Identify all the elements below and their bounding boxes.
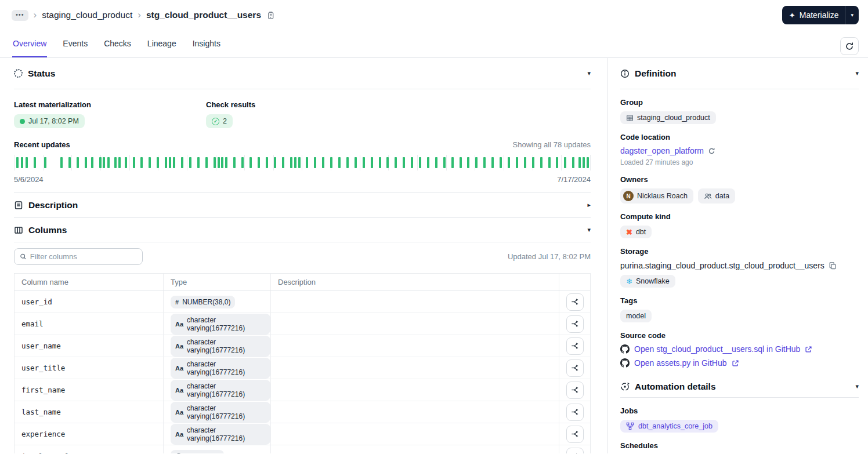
materialize-dropdown-button[interactable]: ▾ xyxy=(845,6,859,24)
lineage-icon xyxy=(570,430,579,438)
update-tick xyxy=(435,157,437,168)
status-section-header: Status ▾ xyxy=(14,58,591,89)
reload-icon[interactable] xyxy=(708,147,715,155)
column-actions-cell xyxy=(559,401,590,423)
compute-kind-label: Compute kind xyxy=(620,212,859,221)
column-lineage-button[interactable] xyxy=(566,337,584,355)
owner-user-pill[interactable]: N Nicklaus Roach xyxy=(620,188,693,204)
collapse-caret-icon[interactable]: ▾ xyxy=(855,70,859,77)
column-lineage-button[interactable] xyxy=(566,426,584,443)
chevron-right-icon: › xyxy=(138,10,141,21)
update-tick xyxy=(165,157,167,168)
tab-checks[interactable]: Checks xyxy=(103,30,132,57)
update-tick xyxy=(371,157,373,168)
updates-timeline[interactable] xyxy=(14,155,591,170)
source-code-label: Source code xyxy=(620,331,859,340)
update-tick xyxy=(125,157,127,168)
update-tick xyxy=(140,157,143,168)
tabs: OverviewEventsChecksLineageInsights xyxy=(12,30,236,57)
latest-materialization-value: Jul 17, 8:02 PM xyxy=(28,117,79,125)
column-lineage-button[interactable] xyxy=(566,404,584,421)
columns-section-title: Columns xyxy=(28,225,67,235)
columns-icon xyxy=(14,226,23,235)
update-tick xyxy=(16,157,19,168)
column-name-cell: experience xyxy=(15,423,164,445)
update-tick xyxy=(583,157,585,168)
update-tick xyxy=(294,157,296,168)
breadcrumb-ellipsis-button[interactable]: ••• xyxy=(12,10,28,21)
materialize-button[interactable]: ✦ Materialize ▾ xyxy=(782,6,859,24)
owners-label: Owners xyxy=(620,175,859,184)
source-code-link-sql[interactable]: Open stg_cloud_product__users.sql in Git… xyxy=(634,344,800,354)
type-pill: Aacharacter varying(16777216) xyxy=(171,314,270,335)
owner-team-pill[interactable]: data xyxy=(698,188,735,204)
column-lineage-button[interactable] xyxy=(566,315,584,333)
status-section-title: Status xyxy=(28,68,55,79)
copy-asset-name-button[interactable] xyxy=(266,11,275,20)
update-tick xyxy=(363,157,365,168)
source-code-row: Open assets.py in GitHub xyxy=(620,358,859,368)
update-tick xyxy=(460,157,462,168)
collapse-caret-icon[interactable]: ▾ xyxy=(587,226,591,234)
description-section-header: Description ▸ xyxy=(14,192,591,217)
table-row: emailAacharacter varying(16777216) xyxy=(15,313,590,335)
update-tick xyxy=(189,157,191,168)
code-location-link[interactable]: dagster_open_platform xyxy=(620,146,704,155)
update-tick xyxy=(68,157,71,168)
storage-platform-pill[interactable]: ❄ Snowflake xyxy=(620,275,675,288)
tags-label: Tags xyxy=(620,296,859,305)
tab-events[interactable]: Events xyxy=(62,30,88,57)
column-lineage-button[interactable] xyxy=(566,448,584,454)
filter-columns-input[interactable] xyxy=(30,252,137,261)
collapse-caret-icon[interactable]: ▾ xyxy=(587,70,591,77)
update-tick xyxy=(403,157,405,168)
text-type-icon: Aa xyxy=(175,321,183,328)
column-actions-cell xyxy=(559,379,590,401)
update-tick xyxy=(564,157,566,168)
columns-section-header: Columns ▾ xyxy=(14,217,591,242)
column-lineage-button[interactable] xyxy=(566,293,584,311)
group-pill[interactable]: staging_cloud_product xyxy=(620,111,716,124)
lineage-icon xyxy=(570,408,579,416)
expand-caret-icon[interactable]: ▸ xyxy=(587,201,591,209)
update-tick xyxy=(214,157,216,168)
update-tick xyxy=(419,157,421,168)
lineage-icon xyxy=(570,297,579,306)
refresh-button[interactable] xyxy=(840,37,859,55)
snowflake-icon: ❄ xyxy=(626,278,632,285)
update-tick xyxy=(411,157,413,168)
text-type-icon: Aa xyxy=(175,365,183,372)
copy-icon[interactable] xyxy=(829,261,837,270)
tag-pill[interactable]: model xyxy=(620,310,652,322)
source-code-link-assets[interactable]: Open assets.py in GitHub xyxy=(634,358,727,368)
tab-lineage[interactable]: Lineage xyxy=(147,30,177,57)
description-section-title: Description xyxy=(28,200,78,210)
update-tick xyxy=(355,157,357,168)
column-type-cell: Aacharacter varying(16777216) xyxy=(164,379,271,401)
update-tick xyxy=(218,157,220,168)
job-pill[interactable]: dbt_analytics_core_job xyxy=(620,420,718,433)
column-description-cell xyxy=(271,379,559,401)
column-lineage-button[interactable] xyxy=(566,359,584,377)
latest-materialization-pill[interactable]: Jul 17, 8:02 PM xyxy=(14,114,85,128)
compute-kind-pill[interactable]: ✖ dbt xyxy=(620,226,652,238)
update-tick xyxy=(298,157,301,168)
check-results-pill[interactable]: ✓ 2 xyxy=(206,114,233,128)
column-actions-cell xyxy=(559,291,590,313)
column-description-cell xyxy=(271,423,559,445)
tab-insights[interactable]: Insights xyxy=(192,30,221,57)
recent-updates-label: Recent updates xyxy=(14,140,70,149)
automation-section-header: Automation details ▾ xyxy=(620,376,859,398)
column-name-cell: is_elementl_user xyxy=(15,445,164,453)
column-description-cell xyxy=(271,401,559,423)
breadcrumb-group-link[interactable]: staging_cloud_product xyxy=(42,10,132,20)
tab-overview[interactable]: Overview xyxy=(12,30,47,57)
collapse-caret-icon[interactable]: ▾ xyxy=(855,383,859,390)
column-header-description: Description xyxy=(271,274,559,290)
update-tick xyxy=(451,157,454,168)
type-pill: Aacharacter varying(16777216) xyxy=(171,358,270,379)
column-lineage-button[interactable] xyxy=(566,382,584,399)
type-label: character varying(16777216) xyxy=(187,404,266,420)
type-label: character varying(16777216) xyxy=(187,382,266,398)
update-tick xyxy=(169,157,171,168)
